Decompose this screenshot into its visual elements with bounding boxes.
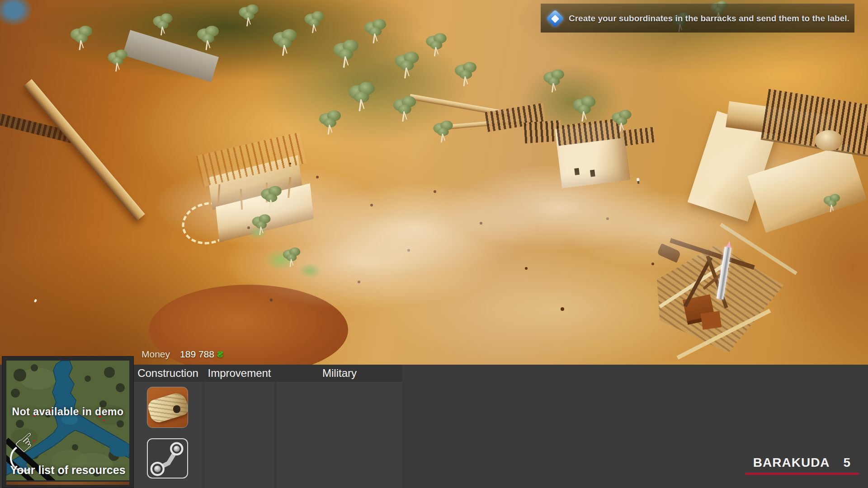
steam-link-card[interactable] — [147, 438, 188, 479]
tree — [424, 33, 449, 58]
tree — [250, 214, 273, 237]
tree — [270, 28, 300, 58]
build-item-adobe-building[interactable] — [147, 387, 188, 428]
tree — [236, 4, 261, 28]
fog-patch — [696, 136, 868, 208]
building-doorway — [173, 405, 180, 413]
player-label: BARAKUDA 5 — [745, 455, 859, 470]
player-underline — [745, 473, 859, 475]
minimap-demo-text: Not available in demo — [6, 406, 129, 418]
tab-military[interactable]: Military — [277, 365, 402, 382]
tree — [452, 61, 479, 88]
diamond-icon — [546, 9, 564, 28]
game-world[interactable] — [0, 0, 868, 365]
tree — [259, 185, 284, 211]
tree — [392, 51, 422, 80]
minimap-caption: Your list of resources — [6, 464, 129, 477]
tree — [391, 95, 419, 124]
money-value: 189 788 — [180, 349, 214, 359]
minimap[interactable]: Not available in demo ☞ Your list of res… — [2, 356, 134, 488]
tree — [302, 10, 326, 35]
money-label: Money — [142, 349, 170, 359]
construction-column — [134, 382, 202, 488]
minimap-map[interactable]: Not available in demo ☞ Your list of res… — [6, 361, 129, 480]
tree — [570, 95, 599, 124]
tree — [68, 25, 95, 52]
tree — [316, 109, 344, 136]
tree — [345, 81, 378, 113]
game-screen: Create your subordinates in the barracks… — [0, 0, 868, 488]
tab-bar: Construction Improvement Military — [134, 365, 402, 382]
minimap-bottom-strip — [6, 482, 129, 485]
currency-icon: ₴ — [217, 349, 223, 359]
tree — [151, 13, 175, 37]
crate — [701, 311, 722, 329]
tree — [362, 18, 389, 45]
adobe-building-thumbnail — [147, 391, 188, 425]
tree — [330, 39, 362, 70]
tree — [822, 193, 842, 214]
tab-construction[interactable]: Construction — [134, 365, 202, 382]
tree — [609, 109, 634, 133]
tree — [541, 69, 567, 94]
tree — [431, 120, 455, 144]
bird — [34, 299, 37, 302]
water-patch — [0, 0, 33, 26]
tree — [281, 247, 302, 268]
village-wall[interactable] — [24, 79, 145, 221]
military-column — [277, 382, 402, 488]
steam-logo-icon — [148, 439, 187, 478]
money-display: Money189 788₴ — [142, 349, 223, 360]
tutorial-banner: Create your subordinates in the barracks… — [541, 4, 854, 33]
player-count: 5 — [844, 455, 851, 470]
tab-improvement[interactable]: Improvement — [205, 365, 274, 382]
improvement-column — [205, 382, 274, 488]
player-name: BARAKUDA — [753, 455, 830, 470]
diamond-icon-core — [551, 14, 559, 22]
tree — [105, 49, 130, 73]
tree — [194, 25, 222, 52]
tutorial-text: Create your subordinates in the barracks… — [569, 14, 849, 23]
